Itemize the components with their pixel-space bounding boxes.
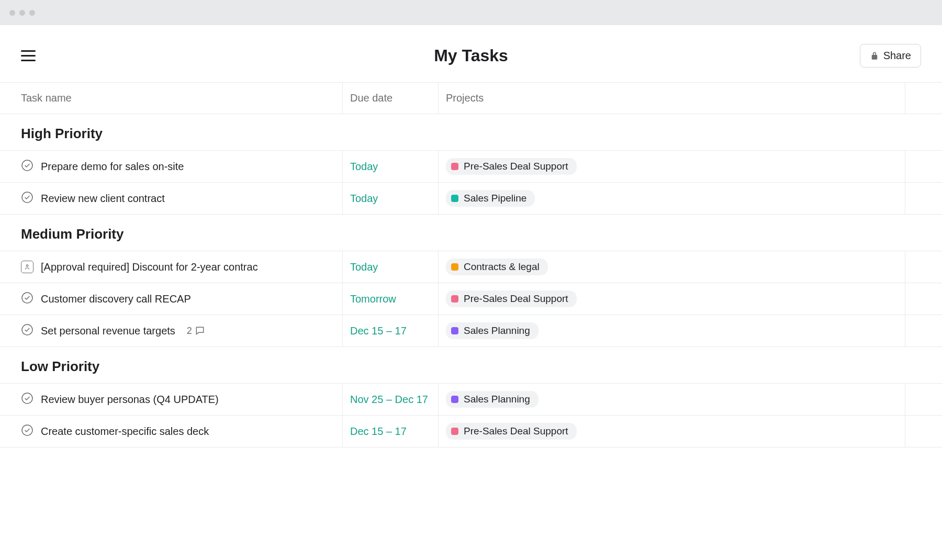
project-cell[interactable]: Sales Pipeline bbox=[439, 183, 905, 215]
share-button[interactable]: Share bbox=[860, 44, 921, 68]
column-header-extra bbox=[905, 83, 942, 114]
task-name: Create customer-specific sales deck bbox=[41, 425, 209, 438]
task-row[interactable]: Review new client contract bbox=[0, 183, 343, 215]
svg-point-2 bbox=[26, 265, 28, 267]
project-pill[interactable]: Contracts & legal bbox=[446, 259, 548, 275]
project-pill[interactable]: Pre-Sales Deal Support bbox=[446, 423, 577, 440]
task-row[interactable]: Set personal revenue targets2 bbox=[0, 315, 343, 347]
project-cell[interactable]: Pre-Sales Deal Support bbox=[439, 283, 905, 315]
project-cell[interactable]: Sales Planning bbox=[439, 384, 905, 416]
project-pill[interactable]: Sales Pipeline bbox=[446, 190, 535, 207]
lock-icon bbox=[870, 51, 879, 61]
share-label: Share bbox=[883, 50, 911, 62]
window-dot bbox=[19, 10, 25, 16]
project-color-dot bbox=[451, 195, 458, 202]
svg-point-6 bbox=[22, 425, 32, 435]
due-date[interactable]: Dec 15 – 17 bbox=[343, 315, 439, 347]
svg-point-0 bbox=[22, 160, 32, 171]
svg-point-5 bbox=[22, 393, 32, 404]
project-color-dot bbox=[451, 396, 458, 403]
task-name: Prepare demo for sales on-site bbox=[41, 161, 184, 173]
project-pill[interactable]: Sales Planning bbox=[446, 391, 539, 408]
comment-count: 2 bbox=[187, 326, 205, 337]
due-date[interactable]: Tomorrow bbox=[343, 283, 439, 315]
row-extra bbox=[905, 183, 942, 215]
column-header-projects[interactable]: Projects bbox=[439, 83, 905, 114]
due-date[interactable]: Today bbox=[343, 151, 439, 183]
project-label: Sales Planning bbox=[464, 394, 530, 405]
check-circle-icon[interactable] bbox=[21, 424, 33, 439]
project-cell[interactable]: Sales Planning bbox=[439, 315, 905, 347]
check-circle-icon[interactable] bbox=[21, 392, 33, 407]
task-row[interactable]: Customer discovery call RECAP bbox=[0, 283, 343, 315]
row-extra bbox=[905, 315, 942, 347]
page-title: My Tasks bbox=[434, 46, 508, 65]
task-name: Set personal revenue targets bbox=[41, 325, 175, 337]
check-circle-icon[interactable] bbox=[21, 191, 33, 206]
check-circle-icon[interactable] bbox=[21, 159, 33, 174]
task-row[interactable]: Create customer-specific sales deck bbox=[0, 416, 343, 447]
project-color-dot bbox=[451, 327, 458, 334]
section-header[interactable]: Low Priority bbox=[0, 347, 942, 384]
row-extra bbox=[905, 151, 942, 183]
comment-icon bbox=[195, 326, 205, 336]
row-extra bbox=[905, 416, 942, 447]
column-header-due-date[interactable]: Due date bbox=[343, 83, 439, 114]
row-extra bbox=[905, 384, 942, 416]
project-label: Pre-Sales Deal Support bbox=[464, 293, 568, 305]
row-extra bbox=[905, 283, 942, 315]
check-circle-icon[interactable] bbox=[21, 292, 33, 307]
svg-point-1 bbox=[22, 192, 32, 203]
window-titlebar bbox=[0, 0, 942, 25]
task-row[interactable]: Review buyer personas (Q4 UPDATE) bbox=[0, 384, 343, 416]
task-row[interactable]: Prepare demo for sales on-site bbox=[0, 151, 343, 183]
task-table: Task name Due date Projects High Priorit… bbox=[0, 82, 942, 447]
project-pill[interactable]: Pre-Sales Deal Support bbox=[446, 158, 577, 175]
section-header[interactable]: High Priority bbox=[0, 114, 942, 151]
task-name: Review new client contract bbox=[41, 193, 165, 205]
svg-point-4 bbox=[22, 324, 32, 335]
svg-point-3 bbox=[22, 293, 32, 303]
task-name: Review buyer personas (Q4 UPDATE) bbox=[41, 394, 219, 406]
window-dot bbox=[9, 10, 15, 16]
row-extra bbox=[905, 251, 942, 283]
page-header: My Tasks Share bbox=[0, 25, 942, 82]
column-header-task-name[interactable]: Task name bbox=[0, 83, 343, 114]
task-name: Customer discovery call RECAP bbox=[41, 293, 191, 305]
project-cell[interactable]: Pre-Sales Deal Support bbox=[439, 151, 905, 183]
project-color-dot bbox=[451, 263, 458, 271]
task-row[interactable]: [Approval required] Discount for 2-year … bbox=[0, 251, 343, 283]
project-cell[interactable]: Pre-Sales Deal Support bbox=[439, 416, 905, 447]
due-date[interactable]: Today bbox=[343, 183, 439, 215]
menu-toggle-button[interactable] bbox=[21, 50, 36, 61]
section-header[interactable]: Medium Priority bbox=[0, 215, 942, 251]
project-label: Pre-Sales Deal Support bbox=[464, 161, 568, 172]
project-label: Sales Planning bbox=[464, 325, 530, 337]
project-label: Pre-Sales Deal Support bbox=[464, 425, 568, 437]
project-pill[interactable]: Pre-Sales Deal Support bbox=[446, 290, 577, 307]
project-color-dot bbox=[451, 428, 458, 435]
due-date[interactable]: Dec 15 – 17 bbox=[343, 416, 439, 447]
due-date[interactable]: Nov 25 – Dec 17 bbox=[343, 384, 439, 416]
window-dot bbox=[29, 10, 35, 16]
project-cell[interactable]: Contracts & legal bbox=[439, 251, 905, 283]
due-date[interactable]: Today bbox=[343, 251, 439, 283]
project-pill[interactable]: Sales Planning bbox=[446, 322, 539, 339]
project-color-dot bbox=[451, 295, 458, 303]
check-circle-icon[interactable] bbox=[21, 323, 33, 339]
project-label: Sales Pipeline bbox=[464, 193, 526, 204]
project-color-dot bbox=[451, 163, 458, 170]
task-name: [Approval required] Discount for 2-year … bbox=[41, 261, 258, 273]
project-label: Contracts & legal bbox=[464, 261, 540, 273]
approval-icon[interactable] bbox=[21, 261, 33, 273]
